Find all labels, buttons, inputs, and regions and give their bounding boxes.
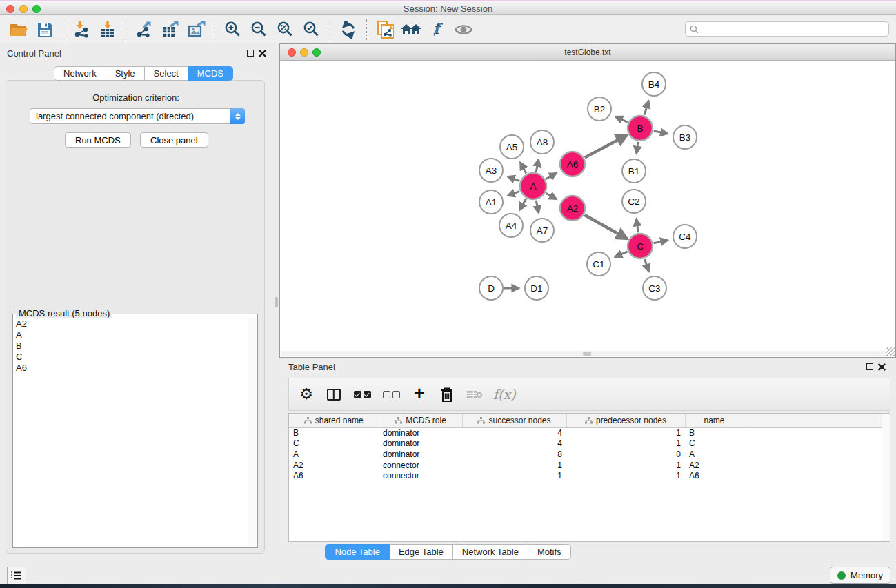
graph-node-A1[interactable]: A1: [479, 190, 503, 214]
graph-edge[interactable]: [615, 252, 628, 257]
network-window-titlebar[interactable]: testGlobe.txt: [280, 44, 895, 61]
create-column-button[interactable]: +: [410, 384, 428, 405]
close-panel-icon[interactable]: [259, 50, 266, 57]
table-settings-button[interactable]: ⚙: [297, 384, 315, 405]
graph-node-B2[interactable]: B2: [588, 97, 611, 121]
tab-select[interactable]: Select: [145, 66, 188, 81]
import-network-button[interactable]: [68, 18, 94, 41]
export-image-button[interactable]: [183, 18, 210, 41]
search-input[interactable]: [701, 24, 884, 34]
graph-edge[interactable]: [615, 116, 627, 122]
network-hscrollbar[interactable]: [281, 351, 895, 356]
graph-edge[interactable]: [585, 135, 627, 157]
tab-mcds[interactable]: MCDS: [188, 66, 233, 81]
column-header[interactable]: shared name: [289, 414, 379, 427]
task-history-button[interactable]: [7, 567, 26, 585]
mcds-result-item[interactable]: A: [16, 330, 246, 341]
float-table-panel-icon[interactable]: [866, 363, 873, 370]
open-session-button[interactable]: [6, 18, 32, 41]
table-row[interactable]: A2connector11A2: [289, 460, 883, 471]
graph-node-A6[interactable]: A6: [560, 152, 585, 176]
zoom-selected-button[interactable]: [299, 18, 325, 41]
graph-node-A[interactable]: A: [520, 173, 546, 199]
optimization-dropdown[interactable]: largest connected component (directed): [30, 108, 245, 124]
mcds-result-scrollbar[interactable]: [248, 318, 256, 546]
graph-node-C[interactable]: C: [628, 234, 653, 258]
graph-node-A5[interactable]: A5: [500, 135, 524, 159]
network-graph[interactable]: AA1A2A3A4A5A6A7A8BB1B2B3B4CC1C2C3C4DD1: [281, 61, 895, 351]
graph-edge[interactable]: [637, 219, 639, 232]
table-row[interactable]: Cdominator41C: [289, 438, 883, 449]
mcds-result-item[interactable]: C: [16, 352, 246, 363]
table-row[interactable]: A6connector11A6: [289, 470, 883, 481]
graph-edge[interactable]: [508, 191, 519, 195]
tab-network[interactable]: Network: [54, 66, 106, 81]
first-neighbors-button[interactable]: [398, 18, 424, 41]
graph-node-C4[interactable]: C4: [673, 225, 697, 248]
network-resize-grip[interactable]: [886, 347, 895, 356]
graph-edge[interactable]: [637, 142, 638, 153]
zoom-fit-button[interactable]: [272, 18, 299, 41]
delete-column-button[interactable]: [438, 384, 456, 405]
graph-node-A3[interactable]: A3: [479, 159, 503, 182]
table-row[interactable]: Bdominator41B: [289, 427, 883, 438]
tab-node-table[interactable]: Node Table: [325, 544, 390, 560]
column-header[interactable]: predecessor nodes: [566, 414, 685, 427]
tab-motifs[interactable]: Motifs: [528, 544, 571, 560]
run-mcds-button[interactable]: Run MCDS: [65, 132, 131, 148]
memory-button[interactable]: Memory: [830, 567, 890, 584]
deselect-all-button[interactable]: [381, 384, 401, 405]
graph-node-B1[interactable]: B1: [622, 159, 646, 183]
graph-edge[interactable]: [536, 201, 539, 213]
table-scrollbar[interactable]: [882, 414, 890, 541]
column-header[interactable]: MCDS role: [379, 414, 462, 427]
graph-node-A2[interactable]: A2: [560, 196, 585, 221]
tab-edge-table[interactable]: Edge Table: [390, 544, 453, 560]
graph-node-A7[interactable]: A7: [530, 219, 554, 242]
graph-edge[interactable]: [645, 259, 649, 272]
network-canvas[interactable]: AA1A2A3A4A5A6A7A8BB1B2B3B4CC1C2C3C4DD1: [281, 61, 895, 356]
close-panel-button[interactable]: Close panel: [140, 132, 208, 148]
graph-edge[interactable]: [654, 131, 668, 134]
graph-node-C2[interactable]: C2: [622, 190, 646, 213]
graph-node-D[interactable]: D: [479, 276, 503, 300]
tab-network-table[interactable]: Network Table: [453, 544, 528, 560]
show-hide-panel-button[interactable]: [450, 18, 477, 41]
refresh-view-button[interactable]: [335, 18, 361, 41]
select-all-button[interactable]: [352, 384, 372, 405]
mcds-result-list[interactable]: A2ABCA6: [14, 318, 246, 546]
graph-node-B4[interactable]: B4: [642, 72, 666, 96]
column-header[interactable]: name: [685, 414, 744, 427]
show-columns-button[interactable]: [325, 384, 343, 405]
graph-node-C1[interactable]: C1: [587, 252, 610, 276]
zoom-out-button[interactable]: [246, 18, 272, 41]
graph-node-B[interactable]: B: [628, 116, 653, 141]
mcds-result-item[interactable]: A2: [16, 318, 246, 330]
graph-edge[interactable]: [546, 173, 556, 179]
splitter-handle[interactable]: [275, 297, 278, 307]
clone-network-button[interactable]: [372, 18, 398, 41]
delete-table-button[interactable]: [466, 384, 484, 405]
graph-edge[interactable]: [644, 101, 648, 115]
graph-node-A4[interactable]: A4: [499, 214, 523, 237]
graph-edge[interactable]: [654, 240, 668, 243]
import-table-button[interactable]: [94, 18, 121, 41]
mcds-result-item[interactable]: B: [16, 341, 246, 352]
float-panel-icon[interactable]: [247, 50, 254, 57]
zoom-in-button[interactable]: [220, 18, 246, 41]
close-table-panel-icon[interactable]: [878, 363, 886, 371]
graph-edge[interactable]: [508, 176, 519, 181]
graph-node-D1[interactable]: D1: [525, 276, 548, 300]
graph-node-A8[interactable]: A8: [530, 130, 554, 154]
graph-edge[interactable]: [546, 193, 556, 199]
show-graphics-details-button[interactable]: f: [424, 18, 450, 41]
graph-node-B3[interactable]: B3: [673, 125, 697, 149]
table-row[interactable]: Adominator80A: [289, 449, 883, 460]
graph-edge[interactable]: [520, 199, 526, 210]
tab-style[interactable]: Style: [106, 66, 145, 81]
graph-edge[interactable]: [520, 163, 526, 174]
save-session-button[interactable]: [32, 18, 58, 41]
export-network-button[interactable]: [131, 18, 157, 41]
mcds-result-item[interactable]: A6: [16, 363, 246, 374]
function-builder-button[interactable]: f(x): [493, 384, 516, 405]
